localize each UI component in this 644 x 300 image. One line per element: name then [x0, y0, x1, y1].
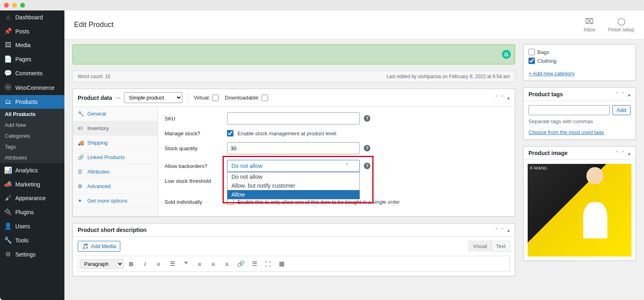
- category-clothing[interactable]: Clothing: [528, 58, 631, 64]
- chevron-up-icon[interactable]: ˄: [616, 91, 619, 97]
- grammarly-icon[interactable]: G: [502, 50, 511, 59]
- short-description-box: Product short description ˄ ˅ ▴ 🎵Add Med…: [72, 223, 515, 276]
- products-submenu: All Products Add New Categories Tags Att…: [0, 109, 64, 163]
- tab-inventory[interactable]: 🏷Inventory: [73, 121, 158, 136]
- menu-tools[interactable]: 🔧Tools: [0, 233, 64, 247]
- tab-linked-products[interactable]: 🔗Linked Products: [73, 150, 158, 165]
- insert-more-button[interactable]: ☰: [248, 258, 260, 270]
- product-type-select[interactable]: Simple product: [124, 92, 182, 103]
- toggle-panel-icon[interactable]: ▴: [628, 91, 631, 97]
- choose-tags-link[interactable]: Choose from the most used tags: [528, 129, 604, 135]
- menu-dashboard[interactable]: ⌂Dashboard: [0, 10, 64, 24]
- list-icon: ☰: [78, 169, 84, 175]
- star-icon: ✦: [78, 198, 84, 204]
- submenu-categories[interactable]: Categories: [0, 130, 64, 141]
- align-center-button[interactable]: ≡: [207, 258, 219, 270]
- link-button[interactable]: 🔗: [235, 258, 247, 270]
- add-media-button[interactable]: 🎵Add Media: [78, 241, 120, 252]
- editor-text-tab[interactable]: Text: [491, 241, 510, 252]
- inbox-button[interactable]: ⌧Inbox: [584, 17, 595, 33]
- paragraph-select[interactable]: Paragraph: [80, 259, 124, 269]
- help-icon[interactable]: ?: [364, 115, 370, 122]
- backorders-option-do-not-allow[interactable]: Do not allow: [227, 172, 359, 181]
- help-icon[interactable]: ?: [364, 145, 370, 151]
- chevron-up-icon[interactable]: ˄: [616, 150, 619, 156]
- submenu-all-products[interactable]: All Products: [0, 109, 64, 120]
- menu-users[interactable]: 👤Users: [0, 219, 64, 233]
- chevron-down-icon[interactable]: ˅: [501, 227, 504, 233]
- manage-stock-checkbox[interactable]: [227, 130, 233, 137]
- submenu-add-new[interactable]: Add New: [0, 120, 64, 130]
- menu-posts[interactable]: 📌Posts: [0, 24, 64, 38]
- close-window-button[interactable]: [4, 3, 9, 8]
- italic-button[interactable]: I: [139, 258, 151, 270]
- downloadable-checkbox-label[interactable]: Downloadable:: [225, 95, 268, 101]
- menu-plugins[interactable]: 🔌Plugins: [0, 205, 64, 219]
- last-edited: Last edited by oishiparsia on February 8…: [386, 74, 510, 79]
- minimize-window-button[interactable]: [12, 3, 17, 8]
- comments-icon: 💬: [4, 69, 12, 77]
- menu-pages[interactable]: 📄Pages: [0, 52, 64, 66]
- menu-analytics[interactable]: 📊Analytics: [0, 163, 64, 177]
- sku-input[interactable]: [227, 112, 360, 124]
- tab-attributes[interactable]: ☰Attributes: [73, 165, 158, 179]
- page-title: Edit Product: [74, 21, 114, 29]
- bold-button[interactable]: B: [125, 258, 137, 270]
- tab-shipping[interactable]: 🚚Shipping: [73, 136, 158, 150]
- category-bags[interactable]: Bags: [528, 49, 631, 55]
- menu-settings[interactable]: ⚙Settings: [0, 247, 64, 261]
- menu-comments[interactable]: 💬Comments: [0, 66, 64, 80]
- menu-woocommerce[interactable]: ⓦWooCommerce: [0, 80, 64, 95]
- blockquote-button[interactable]: ❝: [180, 258, 192, 270]
- word-count: Word count: 16: [78, 74, 110, 79]
- virtual-checkbox[interactable]: [212, 95, 219, 101]
- menu-appearance[interactable]: 🖌Appearance: [0, 191, 64, 205]
- menu-products[interactable]: 🗂Products: [0, 95, 64, 109]
- backorders-option-allow-notify[interactable]: Allow, but notify customer: [227, 181, 359, 190]
- pages-icon: 📄: [4, 55, 12, 63]
- tab-general[interactable]: 🔧General: [73, 107, 158, 121]
- chevron-down-icon[interactable]: ˅: [501, 95, 504, 101]
- product-image-thumbnail[interactable]: F-WANG: [528, 164, 632, 257]
- fullscreen-button[interactable]: ⛶: [262, 258, 274, 270]
- finish-setup-button[interactable]: ◯Finish setup: [608, 17, 634, 33]
- align-left-button[interactable]: ≡: [194, 258, 206, 270]
- settings-icon: ⚙: [4, 250, 12, 258]
- backorders-select[interactable]: Do not allow ˅: [227, 160, 360, 172]
- product-data-tabs: 🔧General 🏷Inventory 🚚Shipping 🔗Linked Pr…: [73, 107, 158, 216]
- backorders-option-allow[interactable]: Allow: [227, 190, 359, 199]
- add-tag-button[interactable]: Add: [612, 105, 631, 115]
- sold-individually-checkbox[interactable]: [227, 199, 233, 205]
- sold-individually-label: Sold individually: [165, 199, 227, 205]
- maximize-window-button[interactable]: [20, 3, 25, 8]
- add-new-category-link[interactable]: + Add new category: [528, 70, 575, 77]
- toggle-panel-icon[interactable]: ▴: [507, 95, 510, 101]
- low-stock-label: Low stock threshold: [165, 178, 227, 184]
- tools-icon: 🔧: [4, 236, 12, 244]
- media-icon: 🎵: [82, 243, 89, 249]
- toolbar-toggle-button[interactable]: ▦: [276, 258, 288, 270]
- chevron-up-icon[interactable]: ˄: [495, 95, 498, 101]
- submenu-attributes[interactable]: Attributes: [0, 152, 64, 163]
- plugin-icon: 🔌: [4, 208, 12, 216]
- toggle-panel-icon[interactable]: ▴: [507, 227, 510, 233]
- submenu-tags[interactable]: Tags: [0, 141, 64, 152]
- chevron-down-icon[interactable]: ˅: [622, 91, 625, 97]
- help-icon[interactable]: ?: [364, 163, 370, 169]
- chevron-down-icon[interactable]: ˅: [622, 150, 625, 156]
- virtual-checkbox-label[interactable]: Virtual:: [194, 95, 219, 101]
- tags-input[interactable]: [528, 105, 610, 115]
- toggle-panel-icon[interactable]: ▴: [628, 150, 631, 156]
- menu-media[interactable]: 🖼Media: [0, 38, 64, 52]
- numbered-list-button[interactable]: ☰: [166, 258, 178, 270]
- menu-marketing[interactable]: 📣Marketing: [0, 177, 64, 191]
- stock-quantity-input[interactable]: [227, 142, 360, 154]
- tab-get-more-options[interactable]: ✦Get more options: [73, 194, 158, 208]
- editor-toolbar: Paragraph B I ≡ ☰ ❝ ≡ ≡ ≡ 🔗 ☰: [78, 256, 510, 272]
- downloadable-checkbox[interactable]: [262, 95, 268, 101]
- tab-advanced[interactable]: ⚙Advanced: [73, 179, 158, 194]
- editor-visual-tab[interactable]: Visual: [469, 241, 491, 252]
- chevron-up-icon[interactable]: ˄: [495, 227, 498, 233]
- bullet-list-button[interactable]: ≡: [153, 258, 165, 270]
- align-right-button[interactable]: ≡: [221, 258, 233, 270]
